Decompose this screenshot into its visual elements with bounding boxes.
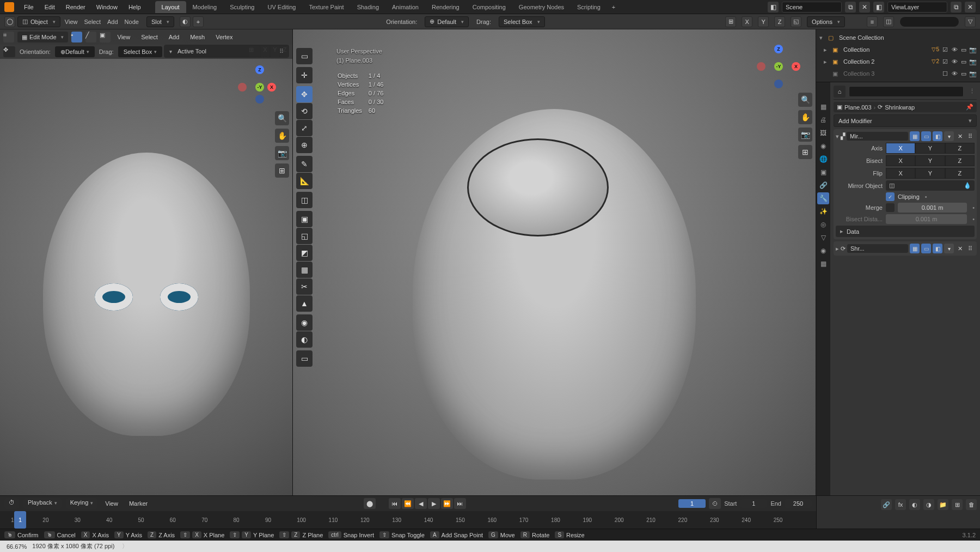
poly-build-tool[interactable]: ▲ <box>296 295 313 312</box>
tab-modeling[interactable]: Modeling <box>186 1 224 13</box>
tab-uv-editing[interactable]: UV Editing <box>261 1 302 13</box>
menu-add[interactable]: Add <box>105 19 120 25</box>
axis-y-button[interactable]: Y <box>915 143 945 154</box>
tab-render-icon[interactable]: ▦ <box>817 101 829 113</box>
scene-name-input[interactable] <box>782 2 842 13</box>
grid-icon[interactable]: ⊞ <box>798 145 812 159</box>
tab-compositing[interactable]: Compositing <box>466 1 512 13</box>
editor-type-icon[interactable]: ⏱ <box>4 498 19 509</box>
tab-scripting[interactable]: Scripting <box>571 1 607 13</box>
axis-y-icon[interactable]: -Y <box>255 83 264 92</box>
transform-orientation-icon[interactable]: ✥ <box>3 46 15 57</box>
edge-slide-tool[interactable]: ▭ <box>296 350 313 367</box>
tab-object-icon[interactable]: ▣ <box>817 166 829 178</box>
outliner-search-input[interactable] <box>899 16 959 27</box>
modifier-name-input[interactable]: Shr... <box>847 244 908 253</box>
outliner-root[interactable]: Scene Collection <box>839 33 977 43</box>
editor-type-icon[interactable]: ⌗ <box>3 32 14 43</box>
axis-z-icon[interactable]: Z <box>774 45 783 53</box>
keying-dropdown[interactable]: Keying <box>66 498 98 509</box>
end-frame-input[interactable]: 250 <box>785 499 812 508</box>
menu-vertex[interactable]: Vertex <box>212 32 236 42</box>
spin-tool[interactable]: ◉ <box>296 314 313 331</box>
modifier-name-input[interactable]: Mir... <box>847 132 908 141</box>
start-frame-input[interactable]: 1 <box>740 499 767 508</box>
menu-file[interactable]: File <box>19 2 39 13</box>
display-mode-icon[interactable]: ◫ <box>883 16 894 27</box>
bisect-x-button[interactable]: X <box>886 155 915 166</box>
menu-node[interactable]: Node <box>122 19 141 25</box>
right-3d-viewport[interactable]: ▭ ✛ ✥ ⟲ ⤢ ⊕ ✎ 📐 ◫ ▣ ◱ ◩ ▦ ✂ ▲ ◉ ◐ ▭ User… <box>293 29 816 511</box>
new-icon[interactable]: ⊞ <box>952 499 963 510</box>
edge-select-icon[interactable]: ╱ <box>85 32 96 43</box>
menu-marker[interactable]: Marker <box>126 500 151 507</box>
properties-search-input[interactable] <box>849 86 964 97</box>
rotate-tool[interactable]: ⟲ <box>296 103 313 119</box>
pan-icon[interactable]: ✋ <box>275 129 289 143</box>
menu-window[interactable]: Window <box>91 2 123 13</box>
mask-icon[interactable]: ◐ <box>909 499 920 510</box>
axis-z-icon[interactable]: Z <box>255 65 264 74</box>
drag-dropdown[interactable]: Select Box <box>499 16 545 27</box>
menu-view[interactable]: View <box>63 19 80 25</box>
viewlayer-delete-icon[interactable]: ✕ <box>965 2 976 13</box>
keyframe-prev-icon[interactable]: ⏪ <box>402 498 414 509</box>
menu-render[interactable]: Render <box>60 2 91 13</box>
add-cube-tool[interactable]: ◫ <box>296 192 313 208</box>
select-box-tool[interactable]: ▭ <box>296 48 313 64</box>
options-icon[interactable]: ⋮ <box>967 88 977 95</box>
editor-type-icon[interactable]: ◯ <box>4 16 15 27</box>
tab-animation[interactable]: Animation <box>385 1 425 13</box>
viewlayer-browse-icon[interactable]: ◧ <box>873 2 884 13</box>
scene-delete-icon[interactable]: ✕ <box>859 2 870 13</box>
preview-range-icon[interactable]: ⏲ <box>709 498 721 509</box>
camera-view-icon[interactable]: 📷 <box>798 128 812 142</box>
pan-icon[interactable]: ✋ <box>798 110 812 124</box>
menu-add[interactable]: Add <box>165 32 183 42</box>
extrude-tool[interactable]: ▣ <box>296 211 313 227</box>
tab-constraint-icon[interactable]: 🔗 <box>817 179 829 191</box>
flip-y-button[interactable]: Y <box>915 168 945 179</box>
tab-geometry-nodes[interactable]: Geometry Nodes <box>512 1 571 13</box>
left-3d-viewport[interactable]: ⌗ ▦Edit Mode ▪ ╱ ▣ View Select Add Mesh … <box>0 29 293 511</box>
transform-tool[interactable]: ⊕ <box>296 137 313 153</box>
bisect-distance-input[interactable]: 0.001 m <box>886 214 967 224</box>
camera-view-icon[interactable]: 📷 <box>275 146 289 160</box>
auto-key-icon[interactable]: ⬤ <box>364 498 376 509</box>
axis-neg-x-icon[interactable] <box>757 62 765 71</box>
adjust-icon[interactable]: ◑ <box>923 499 934 510</box>
menu-select[interactable]: Select <box>137 32 162 42</box>
vertex-select-icon[interactable]: ▪ <box>71 32 82 43</box>
display-realtime-icon[interactable]: ▭ <box>921 131 931 141</box>
merge-checkbox[interactable] <box>886 203 895 212</box>
modifier-extras-icon[interactable]: ⠿ <box>966 244 975 253</box>
filter-icon[interactable]: ▽ <box>965 16 976 27</box>
menu-view[interactable]: View <box>114 32 134 42</box>
modifier-extras-icon[interactable]: ⠿ <box>966 132 975 141</box>
axis-x-icon[interactable]: X <box>267 83 276 92</box>
bisect-y-button[interactable]: Y <box>915 155 945 166</box>
scene-browse-icon[interactable]: ◧ <box>768 2 779 13</box>
inset-tool[interactable]: ◱ <box>296 228 313 244</box>
eyedropper-icon[interactable]: 💧 <box>964 182 971 189</box>
merge-value-input[interactable]: 0.001 m <box>898 203 967 213</box>
scene-new-icon[interactable]: ⧉ <box>845 2 856 13</box>
tab-world-icon[interactable]: 🌐 <box>817 153 829 165</box>
tab-viewlayer-icon[interactable]: 🖼 <box>817 127 829 139</box>
mode-dropdown[interactable]: ◫Object <box>17 16 60 27</box>
current-frame-input[interactable]: 1 <box>678 499 706 508</box>
blender-logo-icon[interactable] <box>4 2 14 12</box>
outliner-item[interactable]: Collection 3 <box>843 69 939 78</box>
cursor-tool[interactable]: ✛ <box>296 67 313 83</box>
jump-start-icon[interactable]: ⏮ <box>389 498 401 509</box>
display-realtime-icon[interactable]: ▭ <box>921 244 931 253</box>
axis-z-toggle[interactable]: Z <box>774 16 785 27</box>
viewlayer-new-icon[interactable]: ⧉ <box>951 2 961 13</box>
flip-z-button[interactable]: Z <box>945 168 975 179</box>
drag-dropdown[interactable]: Select Box <box>118 46 163 57</box>
timeline-ruler[interactable]: 1 10203040506070809010011012013014015016… <box>0 511 816 529</box>
tab-modifier-icon[interactable]: 🔧 <box>817 192 829 204</box>
measure-tool[interactable]: 📐 <box>296 173 313 189</box>
display-render-icon[interactable]: ◧ <box>933 244 942 253</box>
trash-icon[interactable]: 🗑 <box>966 499 977 510</box>
